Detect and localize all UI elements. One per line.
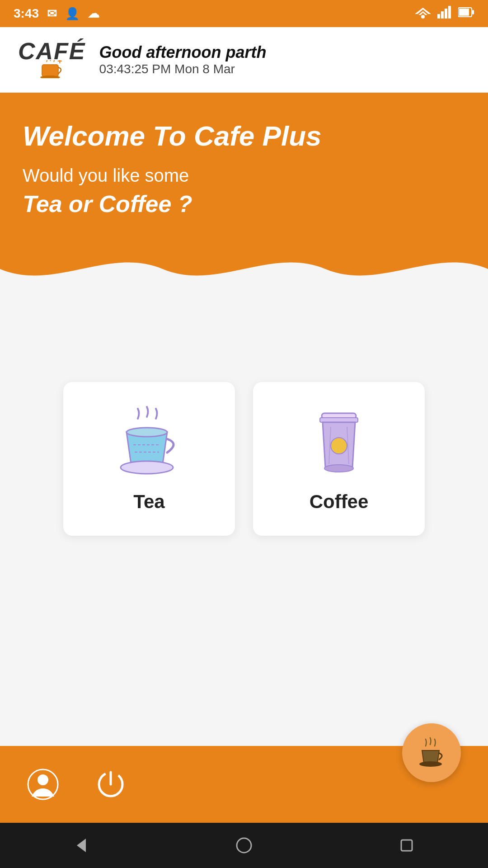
welcome-title: Welcome To Cafe Plus <box>23 120 465 152</box>
tea-label: Tea <box>133 491 164 513</box>
back-button[interactable] <box>68 832 95 859</box>
coffee-label: Coffee <box>310 491 369 513</box>
signal-icon <box>437 6 452 22</box>
profile-button[interactable] <box>27 769 59 800</box>
bottom-nav <box>0 746 488 823</box>
fab-button[interactable] <box>402 723 461 782</box>
svg-rect-5 <box>445 9 447 19</box>
svg-marker-0 <box>415 8 431 14</box>
svg-point-22 <box>324 465 353 472</box>
power-button[interactable] <box>95 769 127 800</box>
svg-point-13 <box>127 428 167 437</box>
beverage-cards-grid: Tea Coffee <box>18 382 470 536</box>
recents-button[interactable] <box>393 832 420 859</box>
header: CAFÉ + Good afternoon parth 03:43:25 PM … <box>0 27 488 93</box>
hero-subtitle: Would you like some <box>23 165 465 186</box>
logo-area: CAFÉ + <box>18 38 86 82</box>
svg-rect-10 <box>42 65 58 76</box>
svg-point-2 <box>421 15 425 19</box>
status-bar-left: 3:43 ✉ 👤 ☁ <box>14 6 99 21</box>
svg-marker-28 <box>77 839 86 852</box>
svg-text:+: + <box>57 60 62 66</box>
tea-icon <box>113 405 185 477</box>
svg-rect-3 <box>437 14 440 19</box>
logo-cup-icon: + <box>38 60 66 82</box>
main-content: Tea Coffee <box>0 346 488 554</box>
coffee-card[interactable]: Coffee <box>253 382 425 536</box>
svg-rect-9 <box>472 10 474 14</box>
tea-or-coffee-text: Tea or Coffee ? <box>23 190 465 217</box>
tea-card[interactable]: Tea <box>63 382 235 536</box>
gmail-icon: ✉ <box>47 7 57 21</box>
battery-icon <box>458 6 474 22</box>
svg-rect-30 <box>401 840 412 851</box>
header-info: Good afternoon parth 03:43:25 PM Mon 8 M… <box>99 43 267 76</box>
wifi-icon <box>415 6 431 22</box>
svg-point-29 <box>237 838 251 853</box>
android-nav-bar <box>0 823 488 868</box>
svg-rect-8 <box>459 9 469 16</box>
svg-rect-6 <box>448 6 451 19</box>
svg-rect-4 <box>441 11 444 19</box>
svg-point-27 <box>419 761 442 767</box>
status-bar: 3:43 ✉ 👤 ☁ <box>0 0 488 27</box>
coffee-icon <box>303 405 375 477</box>
svg-point-19 <box>331 438 347 454</box>
wave-divider <box>0 242 488 301</box>
person-icon: 👤 <box>65 7 80 21</box>
hero-section: Welcome To Cafe Plus Would you like some… <box>0 93 488 301</box>
status-bar-right <box>415 6 474 22</box>
datetime-text: 03:43:25 PM Mon 8 Mar <box>99 62 267 76</box>
svg-point-24 <box>38 774 48 785</box>
greeting-text: Good afternoon parth <box>99 43 267 62</box>
time-display: 3:43 <box>14 6 39 21</box>
cloud-icon: ☁ <box>88 7 99 21</box>
svg-point-14 <box>121 461 173 474</box>
home-button[interactable] <box>230 832 258 859</box>
